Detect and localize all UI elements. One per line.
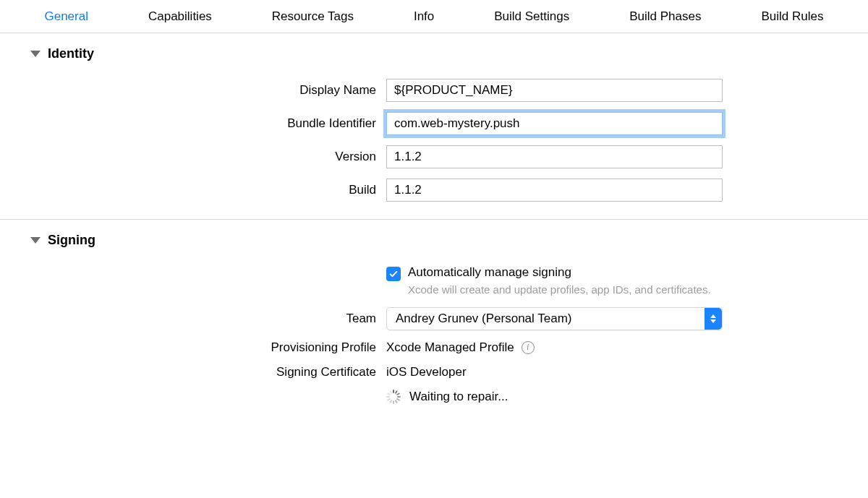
version-label: Version: [0, 150, 376, 164]
auto-manage-signing-checkbox[interactable]: [386, 267, 401, 281]
auto-manage-signing-label: Automatically manage signing: [408, 265, 711, 280]
display-name-input[interactable]: [386, 79, 723, 102]
signing-certificate-value: iOS Developer: [386, 365, 467, 379]
identity-section: Identity Display Name Bundle Identifier …: [0, 33, 868, 219]
tab-build-rules[interactable]: Build Rules: [748, 1, 836, 33]
disclosure-triangle-icon: [30, 51, 41, 57]
tab-info[interactable]: Info: [401, 1, 447, 33]
team-select[interactable]: Andrey Grunev (Personal Team): [386, 307, 723, 330]
disclosure-triangle-icon: [30, 237, 41, 244]
identity-header[interactable]: Identity: [0, 46, 868, 61]
team-select-value: Andrey Grunev (Personal Team): [396, 312, 571, 326]
bundle-identifier-input[interactable]: [386, 112, 723, 135]
signing-certificate-label: Signing Certificate: [0, 365, 376, 379]
build-label: Build: [0, 183, 376, 197]
identity-title: Identity: [48, 46, 94, 61]
spinner-icon: [386, 390, 401, 404]
provisioning-profile-label: Provisioning Profile: [0, 340, 376, 355]
tab-build-phases[interactable]: Build Phases: [616, 1, 714, 33]
signing-title: Signing: [48, 233, 95, 248]
tab-resource-tags[interactable]: Resource Tags: [259, 1, 367, 33]
tab-build-settings[interactable]: Build Settings: [481, 1, 582, 33]
signing-section: Signing Automatically manage signing Xco…: [0, 219, 868, 427]
display-name-label: Display Name: [0, 83, 376, 98]
info-icon[interactable]: i: [522, 341, 535, 354]
version-input[interactable]: [386, 145, 723, 168]
checkmark-icon: [388, 269, 399, 279]
build-input[interactable]: [386, 179, 723, 202]
tab-capabilities[interactable]: Capabilities: [135, 1, 225, 33]
signing-status-text: Waiting to repair...: [409, 390, 508, 404]
select-arrows-icon: [705, 308, 722, 330]
auto-manage-signing-sublabel: Xcode will create and update profiles, a…: [408, 283, 711, 297]
provisioning-profile-value: Xcode Managed Profile: [386, 340, 514, 355]
editor-tabs: General Capabilities Resource Tags Info …: [0, 0, 868, 33]
bundle-identifier-label: Bundle Identifier: [0, 116, 376, 131]
signing-header[interactable]: Signing: [0, 233, 868, 248]
tab-general[interactable]: General: [31, 1, 101, 33]
team-label: Team: [0, 312, 376, 326]
